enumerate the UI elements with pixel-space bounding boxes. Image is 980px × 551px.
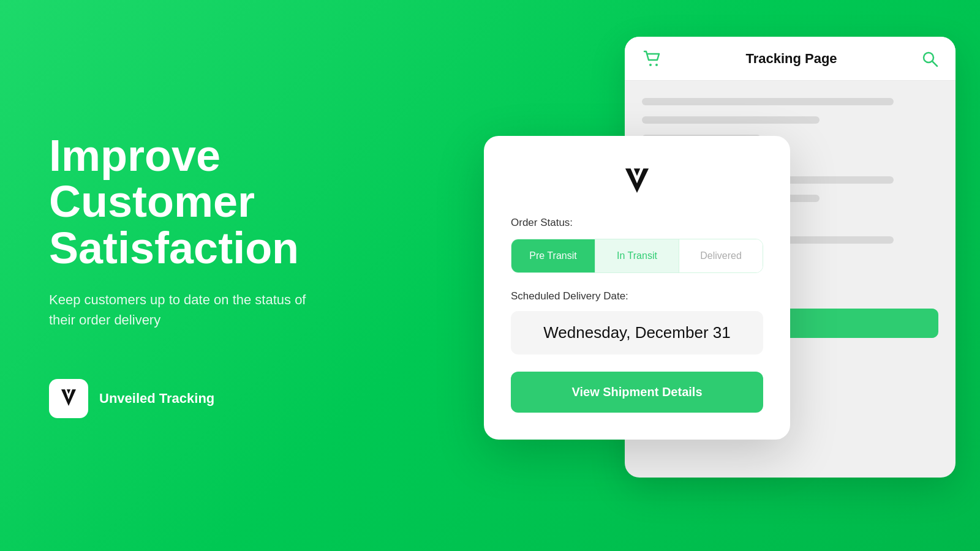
left-section: Improve Customer Satisfaction Keep custo… [0, 0, 368, 551]
headline: Improve Customer Satisfaction [49, 133, 331, 272]
tab-in-transit[interactable]: In Transit [595, 239, 679, 272]
search-icon[interactable] [921, 50, 938, 67]
tab-pre-transit[interactable]: Pre Transit [511, 239, 595, 272]
order-status-label: Order Status: [511, 217, 763, 229]
tracking-page-header: Tracking Page [625, 37, 956, 81]
tab-delivered[interactable]: Delivered [679, 239, 763, 272]
subheadline: Keep customers up to date on the status … [49, 290, 306, 330]
skeleton-line-1 [642, 98, 894, 105]
brand-logo-icon [58, 388, 80, 410]
right-section: Tracking Page [368, 0, 980, 551]
cart-icon [642, 49, 662, 69]
brand-logo-box [49, 379, 88, 418]
delivery-date-label: Scheduled Delivery Date: [511, 290, 763, 302]
delivery-date-value: Wednesday, December 31 [543, 323, 730, 342]
skeleton-line-2 [642, 116, 820, 124]
tracking-page-title: Tracking Page [745, 51, 837, 67]
status-tabs: Pre Transit In Transit Delivered [511, 239, 763, 273]
card-logo-container [511, 165, 763, 197]
card-logo-icon [621, 165, 653, 197]
svg-point-1 [655, 64, 658, 66]
svg-point-0 [649, 64, 652, 66]
brand-row: Unveiled Tracking [49, 379, 331, 418]
brand-name: Unveiled Tracking [99, 391, 214, 407]
delivery-date-box: Wednesday, December 31 [511, 311, 763, 354]
main-card: Order Status: Pre Transit In Transit Del… [484, 136, 790, 440]
svg-line-3 [932, 61, 937, 66]
view-shipment-button[interactable]: View Shipment Details [511, 372, 763, 413]
